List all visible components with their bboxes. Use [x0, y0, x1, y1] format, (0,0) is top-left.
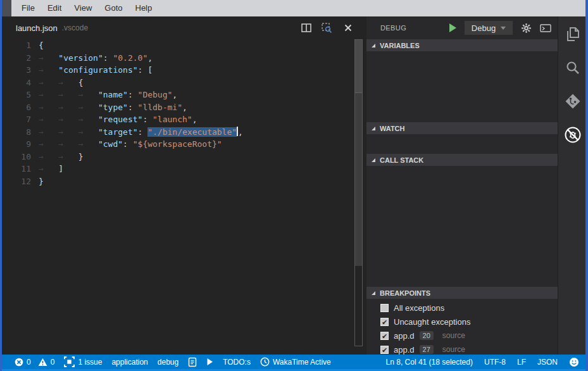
tab-whitespace-marker: → [39, 78, 58, 87]
search-icon[interactable] [564, 59, 582, 77]
cursor-position[interactable]: Ln 8, Col 41 (18 selected) [386, 358, 473, 367]
code-line[interactable]: 1{ [2, 39, 365, 52]
line-number[interactable]: 8 [2, 126, 31, 139]
editor-group: launch.json .vscode 1{2→ "version": "0.2… [2, 16, 365, 355]
code-line[interactable]: 3→ "configurations": [ [2, 64, 365, 77]
editor-actions [301, 16, 353, 39]
run-task-play-icon[interactable] [206, 358, 213, 366]
error-count: 0 [27, 358, 31, 367]
line-number[interactable]: 5 [2, 89, 31, 101]
tab-whitespace-marker: → [78, 115, 98, 124]
breakpoint-item[interactable]: ✔app.d20source [366, 329, 558, 343]
configure-gear-icon[interactable] [521, 23, 532, 34]
section-label-variables: VARIABLES [380, 42, 420, 49]
breakpoint-label: Uncaught exceptions [394, 317, 470, 327]
code-line[interactable]: 7→ → → "request": "launch", [2, 113, 365, 126]
section-header-variables[interactable]: VARIABLES [366, 39, 558, 51]
problems-indicator[interactable]: 0 0 [15, 358, 54, 367]
breakpoint-label: All exceptions [394, 303, 444, 313]
split-editor-icon[interactable] [301, 23, 311, 33]
task-file-icon[interactable] [188, 357, 197, 367]
code-line[interactable]: 5→ → → "name": "Debug", [2, 89, 365, 101]
code-lines[interactable]: 1{2→ "version": "0.2.0",3→ "configuratio… [2, 39, 365, 187]
tab-whitespace-marker: → [78, 90, 98, 99]
tab-whitespace-marker: → [58, 90, 78, 99]
menu-item-help[interactable]: Help [129, 0, 159, 16]
code-line[interactable]: 2→ "version": "0.2.0", [2, 52, 365, 65]
warning-icon [38, 358, 47, 367]
line-number[interactable]: 2 [2, 52, 31, 65]
breakpoint-checkbox[interactable]: ✔ [380, 346, 389, 354]
tab-whitespace-marker: → [58, 139, 78, 149]
code-line[interactable]: 6→ → → "type": "lldb-mi", [2, 101, 365, 114]
breakpoint-item[interactable]: ✔Uncaught exceptions [366, 315, 558, 329]
tab-whitespace-marker: → [39, 103, 58, 112]
chevron-down-icon [501, 27, 506, 30]
line-number[interactable]: 7 [2, 113, 31, 126]
language-mode[interactable]: JSON [537, 358, 558, 367]
menu-bar: FileEditViewGotoHelp [2, 0, 585, 16]
section-expand-icon [372, 44, 375, 47]
clock-icon [260, 357, 270, 367]
code-line[interactable]: 9→ → → "cwd": "${workspaceRoot}" [2, 138, 365, 151]
issue-indicator[interactable]: 1 issue [64, 356, 102, 367]
breakpoint-checkbox[interactable]: ✔ [380, 318, 389, 326]
breakpoint-checkbox[interactable] [380, 304, 389, 312]
scrollbar-thumb[interactable] [355, 93, 362, 266]
menu-item-view[interactable]: View [68, 0, 98, 16]
breakpoint-label: app.d [394, 331, 415, 341]
line-number[interactable]: 10 [2, 151, 31, 163]
code-line[interactable]: 8→ → → "target": "./bin/executable", [2, 126, 365, 139]
encoding-indicator[interactable]: UTF-8 [484, 358, 506, 367]
tab-filename[interactable]: launch.json [16, 23, 58, 33]
scrollbar-thumb-top[interactable] [355, 40, 362, 93]
section-label-breakpoints: BREAKPOINTS [380, 289, 430, 297]
tab-whitespace-marker: → [39, 65, 58, 75]
status-debug[interactable]: debug [158, 358, 178, 367]
issue-label: 1 issue [78, 358, 102, 367]
start-debug-button[interactable] [449, 23, 456, 32]
watch-body [366, 134, 558, 154]
menu-item-file[interactable]: File [15, 0, 41, 16]
vscode-window: FileEditViewGotoHelp launch.json .vscode [0, 0, 588, 371]
line-number[interactable]: 3 [2, 64, 31, 77]
launch-config-dropdown[interactable]: Debug [465, 21, 513, 35]
code-line[interactable]: 10→ → } [2, 151, 365, 163]
code-line[interactable]: 11→ ] [2, 163, 365, 175]
code-line[interactable]: 12} [2, 175, 365, 188]
status-application[interactable]: application [111, 358, 147, 367]
breakpoint-label: app.d [394, 345, 415, 355]
line-number[interactable]: 9 [2, 138, 31, 151]
section-header-watch[interactable]: WATCH [366, 122, 558, 134]
section-header-breakpoints[interactable]: BREAKPOINTS [366, 287, 558, 299]
feedback-smiley-icon[interactable] [569, 357, 579, 367]
debug-console-icon[interactable] [540, 23, 551, 33]
tab-whitespace-marker: → [39, 115, 58, 124]
preview-icon[interactable] [322, 23, 332, 33]
breakpoint-item[interactable]: All exceptions [366, 301, 558, 315]
menu-item-edit[interactable]: Edit [41, 0, 68, 16]
section-expand-icon [372, 127, 375, 130]
section-header-call-stack[interactable]: CALL STACK [366, 154, 558, 166]
debug-no-bug-icon[interactable] [564, 126, 582, 144]
breakpoint-checkbox[interactable]: ✔ [380, 332, 389, 340]
git-icon[interactable] [564, 92, 582, 110]
close-icon[interactable] [342, 23, 353, 33]
status-right: Ln 8, Col 41 (18 selected) UTF-8 LF JSON [386, 357, 579, 367]
breakpoints-list: All exceptions✔Uncaught exceptions✔app.d… [366, 299, 558, 356]
line-number[interactable]: 4 [2, 77, 31, 89]
line-number[interactable]: 1 [2, 39, 31, 52]
tab-whitespace-marker: → [39, 139, 58, 149]
launch-config-label: Debug [472, 23, 496, 33]
editor-scrollbar[interactable] [354, 39, 363, 346]
menu-item-goto[interactable]: Goto [98, 0, 128, 16]
line-number[interactable]: 6 [2, 101, 31, 114]
status-todos[interactable]: TODO:s [223, 358, 251, 367]
status-wakatime[interactable]: WakaTime Active [260, 357, 331, 367]
line-number[interactable]: 12 [2, 175, 31, 188]
sidebar-title-bar: DEBUG Debug [366, 16, 558, 39]
eol-indicator[interactable]: LF [517, 358, 526, 367]
code-line[interactable]: 4→ → { [2, 77, 365, 89]
line-number[interactable]: 11 [2, 163, 31, 175]
explorer-files-icon[interactable] [564, 25, 582, 43]
